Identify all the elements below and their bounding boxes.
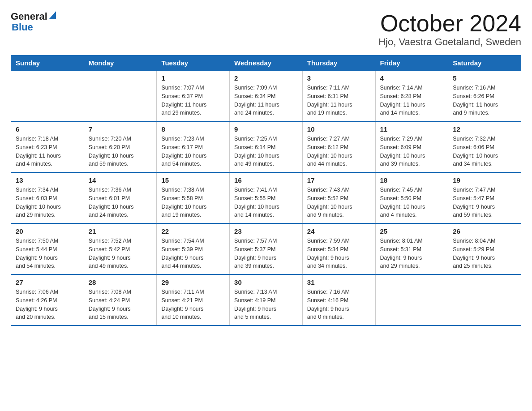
calendar-header-row: Sunday Monday Tuesday Wednesday Thursday… xyxy=(11,56,521,71)
day-number: 30 xyxy=(234,278,298,286)
day-number: 11 xyxy=(380,125,444,133)
table-row: 22Sunrise: 7:54 AMSunset: 5:39 PMDayligh… xyxy=(157,223,230,274)
day-number: 28 xyxy=(89,278,152,286)
header-wednesday: Wednesday xyxy=(230,56,303,71)
day-number: 19 xyxy=(453,176,516,184)
day-info: Sunrise: 8:01 AMSunset: 5:31 PMDaylight:… xyxy=(380,237,444,270)
day-number: 15 xyxy=(161,176,225,184)
calendar-week-row: 27Sunrise: 7:06 AMSunset: 4:26 PMDayligh… xyxy=(11,274,521,325)
day-info: Sunrise: 7:50 AMSunset: 5:44 PMDaylight:… xyxy=(16,237,79,270)
day-number: 18 xyxy=(380,176,444,184)
day-number: 26 xyxy=(453,227,516,235)
logo-blue-text: Blue xyxy=(12,21,33,33)
day-info: Sunrise: 7:18 AMSunset: 6:23 PMDaylight:… xyxy=(16,135,79,168)
table-row: 16Sunrise: 7:41 AMSunset: 5:55 PMDayligh… xyxy=(230,172,303,223)
page-title: October 2024 xyxy=(378,11,521,36)
day-number: 5 xyxy=(453,74,516,82)
header-thursday: Thursday xyxy=(302,56,375,71)
table-row: 12Sunrise: 7:32 AMSunset: 6:06 PMDayligh… xyxy=(448,121,521,172)
day-info: Sunrise: 7:08 AMSunset: 4:24 PMDaylight:… xyxy=(89,288,152,321)
calendar-week-row: 6Sunrise: 7:18 AMSunset: 6:23 PMDaylight… xyxy=(11,121,521,172)
day-info: Sunrise: 7:07 AMSunset: 6:37 PMDaylight:… xyxy=(161,84,225,117)
day-number: 7 xyxy=(89,125,152,133)
table-row: 24Sunrise: 7:59 AMSunset: 5:34 PMDayligh… xyxy=(302,223,375,274)
day-info: Sunrise: 7:16 AMSunset: 6:26 PMDaylight:… xyxy=(453,84,516,117)
table-row: 25Sunrise: 8:01 AMSunset: 5:31 PMDayligh… xyxy=(375,223,448,274)
day-number: 29 xyxy=(161,278,225,286)
table-row: 9Sunrise: 7:25 AMSunset: 6:14 PMDaylight… xyxy=(230,121,303,172)
table-row: 20Sunrise: 7:50 AMSunset: 5:44 PMDayligh… xyxy=(11,223,84,274)
table-row: 23Sunrise: 7:57 AMSunset: 5:37 PMDayligh… xyxy=(230,223,303,274)
table-row: 4Sunrise: 7:14 AMSunset: 6:28 PMDaylight… xyxy=(375,71,448,122)
day-number: 31 xyxy=(307,278,371,286)
day-info: Sunrise: 7:41 AMSunset: 5:55 PMDaylight:… xyxy=(234,186,298,219)
day-info: Sunrise: 7:11 AMSunset: 4:21 PMDaylight:… xyxy=(161,288,225,321)
header-friday: Friday xyxy=(375,56,448,71)
table-row: 11Sunrise: 7:29 AMSunset: 6:09 PMDayligh… xyxy=(375,121,448,172)
day-info: Sunrise: 7:43 AMSunset: 5:52 PMDaylight:… xyxy=(307,186,371,219)
table-row: 7Sunrise: 7:20 AMSunset: 6:20 PMDaylight… xyxy=(84,121,157,172)
day-info: Sunrise: 7:45 AMSunset: 5:50 PMDaylight:… xyxy=(380,186,444,219)
day-number: 3 xyxy=(307,74,371,82)
day-number: 6 xyxy=(16,125,79,133)
table-row xyxy=(84,71,157,122)
table-row: 17Sunrise: 7:43 AMSunset: 5:52 PMDayligh… xyxy=(302,172,375,223)
day-number: 23 xyxy=(234,227,298,235)
table-row: 3Sunrise: 7:11 AMSunset: 6:31 PMDaylight… xyxy=(302,71,375,122)
day-number: 10 xyxy=(307,125,371,133)
day-number: 22 xyxy=(161,227,225,235)
table-row: 30Sunrise: 7:13 AMSunset: 4:19 PMDayligh… xyxy=(230,274,303,325)
day-info: Sunrise: 8:04 AMSunset: 5:29 PMDaylight:… xyxy=(453,237,516,270)
day-number: 13 xyxy=(16,176,79,184)
day-number: 2 xyxy=(234,74,298,82)
table-row: 1Sunrise: 7:07 AMSunset: 6:37 PMDaylight… xyxy=(157,71,230,122)
table-row: 31Sunrise: 7:16 AMSunset: 4:16 PMDayligh… xyxy=(302,274,375,325)
table-row: 14Sunrise: 7:36 AMSunset: 6:01 PMDayligh… xyxy=(84,172,157,223)
day-info: Sunrise: 7:06 AMSunset: 4:26 PMDaylight:… xyxy=(16,288,79,321)
day-number: 1 xyxy=(161,74,225,82)
day-number: 17 xyxy=(307,176,371,184)
day-info: Sunrise: 7:34 AMSunset: 6:03 PMDaylight:… xyxy=(16,186,79,219)
logo: General Blue xyxy=(11,11,56,33)
day-number: 12 xyxy=(453,125,516,133)
day-info: Sunrise: 7:47 AMSunset: 5:47 PMDaylight:… xyxy=(453,186,516,219)
table-row: 26Sunrise: 8:04 AMSunset: 5:29 PMDayligh… xyxy=(448,223,521,274)
day-number: 4 xyxy=(380,74,444,82)
page-header: General Blue October 2024 Hjo, Vaestra G… xyxy=(11,11,521,48)
table-row: 5Sunrise: 7:16 AMSunset: 6:26 PMDaylight… xyxy=(448,71,521,122)
table-row: 19Sunrise: 7:47 AMSunset: 5:47 PMDayligh… xyxy=(448,172,521,223)
header-saturday: Saturday xyxy=(448,56,521,71)
logo-arrow-icon xyxy=(49,11,56,19)
calendar-week-row: 13Sunrise: 7:34 AMSunset: 6:03 PMDayligh… xyxy=(11,172,521,223)
table-row: 8Sunrise: 7:23 AMSunset: 6:17 PMDaylight… xyxy=(157,121,230,172)
table-row: 6Sunrise: 7:18 AMSunset: 6:23 PMDaylight… xyxy=(11,121,84,172)
day-info: Sunrise: 7:54 AMSunset: 5:39 PMDaylight:… xyxy=(161,237,225,270)
calendar-week-row: 20Sunrise: 7:50 AMSunset: 5:44 PMDayligh… xyxy=(11,223,521,274)
day-info: Sunrise: 7:27 AMSunset: 6:12 PMDaylight:… xyxy=(307,135,371,168)
day-info: Sunrise: 7:25 AMSunset: 6:14 PMDaylight:… xyxy=(234,135,298,168)
table-row: 18Sunrise: 7:45 AMSunset: 5:50 PMDayligh… xyxy=(375,172,448,223)
table-row: 2Sunrise: 7:09 AMSunset: 6:34 PMDaylight… xyxy=(230,71,303,122)
logo-general-text: General xyxy=(11,11,47,22)
table-row: 13Sunrise: 7:34 AMSunset: 6:03 PMDayligh… xyxy=(11,172,84,223)
table-row: 15Sunrise: 7:38 AMSunset: 5:58 PMDayligh… xyxy=(157,172,230,223)
header-sunday: Sunday xyxy=(11,56,84,71)
day-number: 9 xyxy=(234,125,298,133)
day-number: 25 xyxy=(380,227,444,235)
table-row xyxy=(11,71,84,122)
day-info: Sunrise: 7:16 AMSunset: 4:16 PMDaylight:… xyxy=(307,288,371,321)
title-block: October 2024 Hjo, Vaestra Goetaland, Swe… xyxy=(378,11,521,48)
day-info: Sunrise: 7:14 AMSunset: 6:28 PMDaylight:… xyxy=(380,84,444,117)
table-row: 10Sunrise: 7:27 AMSunset: 6:12 PMDayligh… xyxy=(302,121,375,172)
day-info: Sunrise: 7:09 AMSunset: 6:34 PMDaylight:… xyxy=(234,84,298,117)
table-row: 21Sunrise: 7:52 AMSunset: 5:42 PMDayligh… xyxy=(84,223,157,274)
day-info: Sunrise: 7:11 AMSunset: 6:31 PMDaylight:… xyxy=(307,84,371,117)
table-row: 28Sunrise: 7:08 AMSunset: 4:24 PMDayligh… xyxy=(84,274,157,325)
table-row xyxy=(448,274,521,325)
day-number: 20 xyxy=(16,227,79,235)
day-number: 27 xyxy=(16,278,79,286)
calendar-table: Sunday Monday Tuesday Wednesday Thursday… xyxy=(11,55,521,326)
day-info: Sunrise: 7:32 AMSunset: 6:06 PMDaylight:… xyxy=(453,135,516,168)
day-number: 24 xyxy=(307,227,371,235)
day-info: Sunrise: 7:52 AMSunset: 5:42 PMDaylight:… xyxy=(89,237,152,270)
